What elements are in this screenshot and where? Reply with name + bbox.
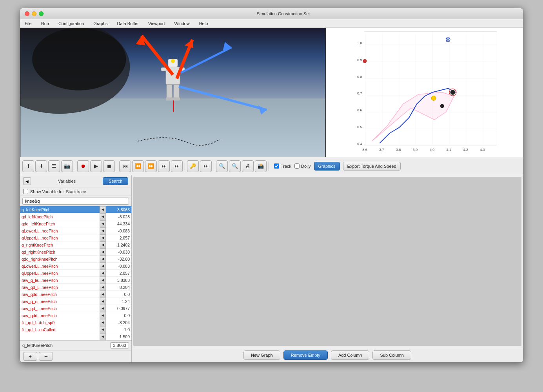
key-button[interactable]: 🔑 <box>187 160 199 172</box>
svg-point-46 <box>440 104 444 108</box>
print-button[interactable]: 🖨 <box>242 160 254 172</box>
menu-help[interactable]: Help <box>198 20 210 27</box>
variable-row-16[interactable]: filt_qd_l...itch_sp0 ◀ -8.204 <box>20 319 131 326</box>
var-arrow-16[interactable]: ◀ <box>100 319 106 326</box>
variable-row-0[interactable]: q_leftKneePitch ◀ 3.8063 <box>20 206 131 213</box>
track-checkbox[interactable] <box>274 163 279 169</box>
variable-row-13[interactable]: raw_q_ri...neePitch ◀ 1.24 <box>20 298 131 305</box>
goto-end-button[interactable]: ⏭ <box>200 160 212 172</box>
stacktrace-checkbox[interactable] <box>23 189 28 194</box>
graph-panel <box>133 177 521 346</box>
variable-row-15[interactable]: raw_qdd...neePitch ◀ 0.0 <box>20 312 131 319</box>
search-input[interactable] <box>22 198 129 205</box>
variable-row-10[interactable]: raw_q_le...neePitch ◀ 3.8388 <box>20 277 131 284</box>
var-arrow-8[interactable]: ◀ <box>100 263 106 270</box>
variable-row-7[interactable]: qdd_rightKneePitch ◀ -32.00 <box>20 256 131 263</box>
minimize-button[interactable] <box>32 11 36 16</box>
variable-row-2[interactable]: qdd_leftKneePitch ◀ 44.334 <box>20 220 131 227</box>
var-arrow-11[interactable]: ◀ <box>100 284 106 291</box>
var-arrow-2[interactable]: ◀ <box>100 220 106 227</box>
main-content: 0.4 0.5 0.6 0.7 0.8 0.9 1.0 3.6 3.7 3.8 … <box>20 28 523 362</box>
var-arrow-10[interactable]: ◀ <box>100 277 106 284</box>
remove-empty-button[interactable]: Remove Empty <box>283 350 328 360</box>
top-area: 0.4 0.5 0.6 0.7 0.8 0.9 1.0 3.6 3.7 3.8 … <box>20 28 523 157</box>
zoom-in-button[interactable]: 🔍 <box>216 160 228 172</box>
variable-row-5[interactable]: q_rightKneePitch ◀ 1.2402 <box>20 241 131 249</box>
var-value-1: -8.028 <box>106 214 131 219</box>
remove-button[interactable]: − <box>39 352 53 361</box>
camera-button[interactable]: 📷 <box>61 160 73 172</box>
variable-row-17[interactable]: filt_qd_l...enCalled ◀ 1.0 <box>20 326 131 333</box>
track-checkbox-label[interactable]: Track <box>274 163 291 169</box>
add-button[interactable]: + <box>23 352 37 361</box>
var-arrow-5[interactable]: ◀ <box>100 241 106 249</box>
upload-button[interactable]: ⬆ <box>22 160 34 172</box>
menu-viewport[interactable]: Viewport <box>147 20 167 27</box>
graphics-button[interactable]: Graphics <box>314 162 340 171</box>
svg-text:1.0: 1.0 <box>357 41 362 45</box>
var-arrow-4[interactable]: ◀ <box>100 234 106 241</box>
var-value-16: -8.204 <box>106 320 131 325</box>
menu-data-buffer[interactable]: Data Buffer <box>115 20 140 27</box>
back-button[interactable]: ◀ <box>23 177 31 185</box>
var-arrow-1[interactable]: ◀ <box>100 213 106 220</box>
step-fwd-end-button[interactable]: ⏭ <box>158 160 170 172</box>
variable-row-9[interactable]: qUpperLi...neePitch ◀ 2.057 <box>20 270 131 277</box>
variable-row-8[interactable]: qLowerLi...neePitch ◀ -0.083 <box>20 263 131 270</box>
var-arrow-14[interactable]: ◀ <box>100 305 106 312</box>
menu-file[interactable]: File <box>23 20 33 27</box>
skip-end-button[interactable]: ⏭ <box>171 160 183 172</box>
var-arrow-9[interactable]: ◀ <box>100 270 106 277</box>
var-arrow-12[interactable]: ◀ <box>100 291 106 298</box>
menu-run[interactable]: Run <box>40 20 51 27</box>
variable-row-18[interactable]: ◀ 1.509 <box>20 333 131 340</box>
var-arrow-6[interactable]: ◀ <box>100 249 106 256</box>
menu-configuration[interactable]: Configuration <box>57 20 85 27</box>
var-arrow-17[interactable]: ◀ <box>100 326 106 333</box>
variable-row-3[interactable]: qLowerLi...neePitch ◀ -0.083 <box>20 227 131 234</box>
panel-header: ◀ Variables Search <box>20 175 131 187</box>
step-back-button[interactable]: ⏪ <box>132 160 144 172</box>
variable-row-1[interactable]: qd_leftKneePitch ◀ -8.028 <box>20 213 131 220</box>
footer-label: q_leftKneePitch <box>22 343 109 348</box>
variable-row-14[interactable]: raw_qd_...neePitch ◀ 0.0977 <box>20 305 131 312</box>
step-fwd-button[interactable]: ⏩ <box>145 160 157 172</box>
var-name-9: qUpperLi...neePitch <box>20 271 100 276</box>
panel-footer: q_leftKneePitch 3.8063 <box>20 340 131 350</box>
var-arrow-15[interactable]: ◀ <box>100 312 106 319</box>
close-button[interactable] <box>25 11 29 16</box>
zoom-out-button[interactable]: 🔍 <box>229 160 241 172</box>
add-column-button[interactable]: Add Column <box>331 350 370 360</box>
list-button[interactable]: ☰ <box>48 160 60 172</box>
var-arrow-0[interactable]: ◀ <box>100 206 106 213</box>
variable-row-11[interactable]: raw_qd_l...neePitch ◀ -8.204 <box>20 284 131 291</box>
sub-column-button[interactable]: Sub Column <box>372 350 411 360</box>
svg-rect-11 <box>166 97 173 100</box>
variable-row-12[interactable]: raw_qdd...neePitch ◀ 0.0 <box>20 291 131 298</box>
download-button[interactable]: ⬇ <box>35 160 47 172</box>
search-button[interactable]: Search <box>103 177 128 185</box>
svg-text:3.7: 3.7 <box>379 148 384 152</box>
stop-button[interactable]: ◼ <box>103 160 115 172</box>
dolly-checkbox-label[interactable]: Dolly <box>294 163 311 169</box>
var-arrow-3[interactable]: ◀ <box>100 227 106 234</box>
new-graph-button[interactable]: New Graph <box>243 350 280 360</box>
svg-point-3 <box>32 28 126 91</box>
export-button[interactable]: Export Torque And Speed <box>343 162 401 171</box>
stacktrace-row: Show Variable Init Stacktrace <box>20 187 131 196</box>
menu-window[interactable]: Window <box>173 20 191 27</box>
var-arrow-7[interactable]: ◀ <box>100 256 106 263</box>
menu-graphs[interactable]: Graphs <box>92 20 109 27</box>
dolly-checkbox[interactable] <box>294 163 300 169</box>
play-button[interactable]: ▶ <box>90 160 102 172</box>
maximize-button[interactable] <box>39 11 44 16</box>
var-arrow-13[interactable]: ◀ <box>100 298 106 305</box>
var-name-16: filt_qd_l...itch_sp0 <box>20 320 100 325</box>
variable-row-6[interactable]: qd_rightKneePitch ◀ -0.030 <box>20 249 131 256</box>
screenshot-button[interactable]: 📸 <box>255 160 267 172</box>
record-button[interactable]: ⏺ <box>77 160 89 172</box>
var-arrow-18[interactable]: ◀ <box>100 333 106 340</box>
var-name-12: raw_qdd...neePitch <box>20 292 100 297</box>
variable-row-4[interactable]: qUpperLi...neePitch ◀ 2.057 <box>20 234 131 241</box>
step-back-start-button[interactable]: ⏮ <box>119 160 131 172</box>
